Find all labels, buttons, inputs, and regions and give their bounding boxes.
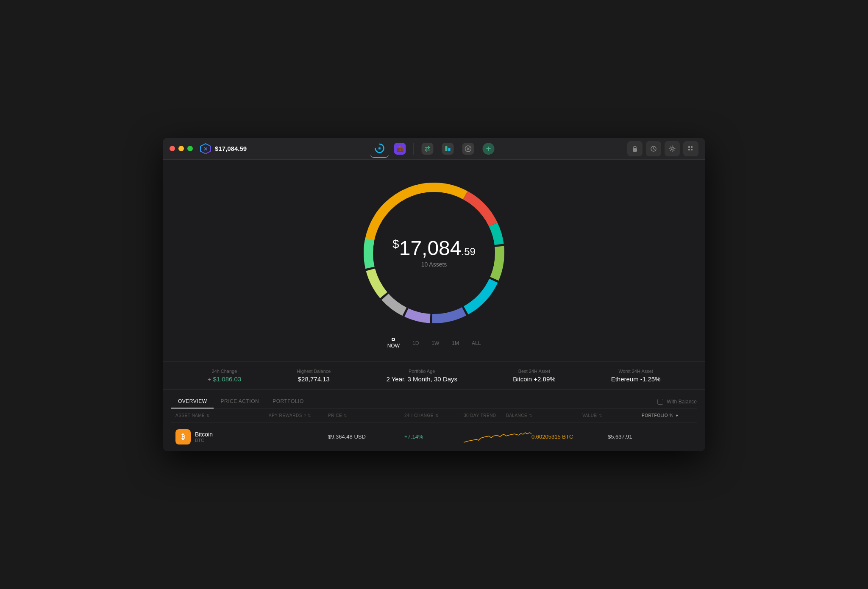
nav-divider (414, 143, 414, 155)
window-controls (170, 146, 193, 151)
svg-rect-15 (688, 146, 690, 148)
time-1d[interactable]: 1D (412, 340, 419, 346)
logo-area: ✕ $17,084.59 (200, 143, 247, 155)
stat-highest-label: Highest Balance (297, 369, 331, 374)
nav-wallet[interactable]: 💼 (391, 139, 409, 158)
sort-icon-value: ⇅ (599, 414, 603, 418)
btc-name: Bitcoin (195, 431, 213, 438)
th-value[interactable]: VALUE ⇅ (582, 413, 642, 418)
stat-24h-change: 24h Change + $1,086.03 (208, 369, 242, 383)
with-balance-checkbox[interactable] (657, 399, 663, 405)
maximize-button[interactable] (187, 146, 193, 151)
sort-icon-balance: ⇅ (529, 414, 533, 418)
btc-trend-chart (464, 428, 531, 445)
table-section: OVERVIEW PRICE ACTION PORTFOLIO With Bal… (163, 390, 705, 451)
th-asset-name[interactable]: ASSET NAME ⇅ (175, 413, 269, 418)
tab-portfolio[interactable]: PORTFOLIO (266, 395, 311, 408)
svg-rect-16 (691, 146, 693, 148)
stat-best-label: Best 24H Asset (513, 369, 555, 374)
th-balance[interactable]: BALANCE ⇅ (506, 413, 582, 418)
stat-best-value: Bitcoin +2.89% (513, 375, 555, 383)
sort-icon-portfolio: ▼ (675, 414, 679, 418)
exodus-logo-icon: ✕ (200, 143, 211, 155)
time-now[interactable]: NOW (387, 338, 400, 349)
time-1w[interactable]: 1W (431, 340, 439, 346)
tab-overview[interactable]: OVERVIEW (171, 395, 214, 408)
donut-amount: $17,084.59 (392, 238, 476, 258)
svg-text:✕: ✕ (203, 146, 208, 152)
svg-rect-12 (633, 148, 637, 152)
svg-rect-18 (691, 149, 693, 150)
asset-table: ASSET NAME ⇅ APY REWARDS ? ⇅ PRICE ⇅ 24H… (171, 409, 697, 451)
assets-count: 10 Assets (392, 261, 476, 268)
th-30day-trend: 30 DAY TREND (464, 413, 506, 418)
wallet-icon: 💼 (394, 143, 406, 155)
lock-button[interactable] (627, 141, 643, 156)
stat-worst-asset: Worst 24H Asset Ethereum -1,25% (611, 369, 661, 383)
with-balance-label: With Balance (667, 399, 697, 405)
now-dot (392, 338, 395, 341)
stats-bar: 24h Change + $1,086.03 Highest Balance $… (163, 361, 705, 390)
titlebar: ✕ $17,084.59 💼 (163, 138, 705, 160)
nav-staking[interactable] (439, 139, 457, 158)
donut-center-values: $17,084.59 10 Assets (392, 238, 476, 268)
time-selector: NOW 1D 1W 1M ALL (387, 338, 481, 349)
btc-portfolio: 33% (667, 433, 705, 440)
btc-names: Bitcoin BTC (195, 431, 213, 443)
time-all[interactable]: ALL (472, 340, 481, 346)
svg-rect-6 (448, 148, 451, 151)
th-portfolio[interactable]: PORTFOLIO % ▼ (642, 413, 693, 418)
tab-price-action[interactable]: PRICE ACTION (214, 395, 266, 408)
btc-value: $5,637.91 (608, 433, 667, 440)
table-row[interactable]: ₿ Bitcoin BTC $9,364.48 USD +7.14% (171, 422, 697, 451)
info-icon-apy: ? (304, 414, 306, 418)
main-window: ✕ $17,084.59 💼 (163, 138, 705, 451)
close-button[interactable] (170, 146, 175, 151)
portfolio-icon (374, 142, 386, 154)
nav-right (627, 141, 698, 156)
grid-button[interactable] (683, 141, 698, 156)
stat-highest-balance: Highest Balance $28,774.13 (297, 369, 331, 383)
time-1m[interactable]: 1M (452, 340, 459, 346)
btc-balance: 0.60205315 BTC (531, 433, 608, 440)
nav-add[interactable] (479, 139, 498, 158)
with-balance-toggle[interactable]: With Balance (657, 399, 697, 405)
exchange-icon (422, 143, 434, 155)
history-button[interactable] (646, 141, 661, 156)
stat-portfolio-age: Portfolio Age 2 Year, 3 Month, 30 Days (386, 369, 457, 383)
sort-icon-change: ⇅ (435, 414, 439, 418)
staking-icon (442, 143, 454, 155)
stat-24h-label: 24h Change (208, 369, 242, 374)
stat-age-value: 2 Year, 3 Month, 30 Days (386, 375, 457, 383)
th-price[interactable]: PRICE ⇅ (328, 413, 404, 418)
btc-ticker: BTC (195, 438, 213, 443)
dollar-sign: $ (392, 237, 399, 250)
amount-main: 17,084 (399, 237, 462, 259)
btc-price: $9,364.48 USD (328, 433, 404, 440)
nav-exchange[interactable] (418, 139, 437, 158)
exodus-x-icon (462, 143, 474, 155)
btc-change: +7.14% (404, 433, 464, 440)
stat-age-label: Portfolio Age (386, 369, 457, 374)
main-content: $17,084.59 10 Assets NOW 1D 1W 1M (163, 160, 705, 451)
sort-icon-apy: ⇅ (308, 414, 312, 418)
th-apy[interactable]: APY REWARDS ? ⇅ (269, 413, 328, 418)
stat-worst-value: Ethereum -1,25% (611, 375, 661, 383)
svg-rect-17 (688, 149, 690, 150)
minimize-button[interactable] (178, 146, 184, 151)
nav-center: 💼 (370, 139, 498, 158)
add-icon (483, 143, 495, 155)
btc-icon: ₿ (175, 429, 191, 445)
svg-rect-5 (445, 146, 448, 151)
svg-point-4 (379, 147, 381, 149)
sort-icon-asset: ⇅ (206, 414, 210, 418)
nav-portfolio[interactable] (370, 139, 389, 158)
stat-24h-value: + $1,086.03 (208, 375, 242, 383)
stat-worst-label: Worst 24H Asset (611, 369, 661, 374)
settings-button[interactable] (665, 141, 680, 156)
th-24h-change[interactable]: 24H CHANGE ⇅ (404, 413, 464, 418)
nav-exodus-x[interactable] (459, 139, 478, 158)
asset-info-btc: ₿ Bitcoin BTC (175, 429, 269, 445)
donut-chart-container: $17,084.59 10 Assets (353, 172, 515, 333)
table-tabs: OVERVIEW PRICE ACTION PORTFOLIO With Bal… (171, 390, 697, 409)
